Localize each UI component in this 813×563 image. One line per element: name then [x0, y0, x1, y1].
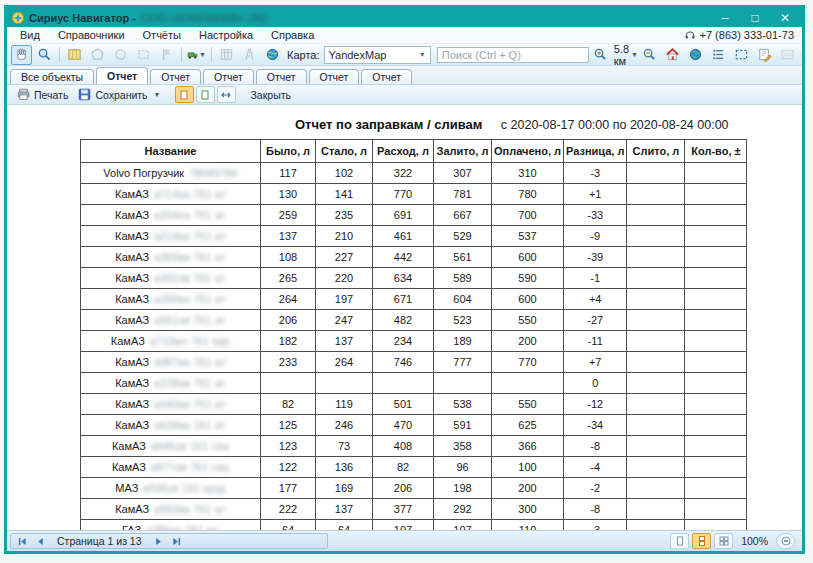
table-cell [627, 184, 685, 205]
tab-5[interactable]: Отчет [309, 69, 360, 84]
table-row: КамАЗа661нв 761 ат206247482523550-27 [81, 310, 747, 331]
area-selection-button[interactable] [731, 45, 752, 65]
table-cell: 82 [261, 394, 316, 415]
toolbar-separator [59, 47, 60, 62]
table-cell [627, 415, 685, 436]
search-input[interactable] [437, 47, 589, 63]
toolbar-separator [211, 47, 212, 62]
route-button[interactable] [239, 45, 260, 65]
table-cell: 110 [492, 520, 564, 531]
close-report-button[interactable]: Закрыть [251, 89, 291, 101]
tab-3[interactable]: Отчет [203, 69, 254, 84]
menu-item-2[interactable]: Отчёты [134, 28, 190, 42]
globe-button[interactable] [685, 45, 706, 65]
column-header-5: Оплачено, л [492, 140, 564, 163]
table-row: КамАЗа993ва 761 ат222137377292300-8 [81, 499, 747, 520]
table-cell: -34 [564, 415, 627, 436]
rect-select-icon [136, 47, 151, 62]
status-view-single-button[interactable] [670, 533, 689, 549]
vehicle-name-cell: КамАЗа214аа 761 ат [81, 226, 261, 247]
table-cell: -27 [564, 310, 627, 331]
menu-item-3[interactable]: Настройка [190, 28, 262, 42]
table-cell: 246 [316, 415, 373, 436]
zoom-in-button[interactable] [590, 45, 611, 65]
column-header-6: Разница, л [564, 140, 627, 163]
table-cell: 461 [373, 226, 434, 247]
maximize-button[interactable]: □ [740, 9, 770, 26]
table-cell: 561 [434, 247, 492, 268]
minimize-button[interactable]: – [710, 9, 740, 26]
next-page-button[interactable] [151, 535, 167, 548]
vehicle-name-cell: МАЗв036ув 161 круд [81, 478, 261, 499]
image-button[interactable] [777, 45, 798, 65]
view-single-page-button[interactable] [175, 86, 194, 103]
view-fit-page-button[interactable] [196, 86, 215, 103]
circle-tool-button[interactable] [110, 45, 131, 65]
grid-view-button[interactable] [216, 45, 237, 65]
table-cell: 591 [434, 415, 492, 436]
table-cell: -9 [564, 226, 627, 247]
tab-1[interactable]: Отчет [96, 67, 148, 84]
headset-icon [684, 29, 696, 41]
object-list-button[interactable] [708, 45, 729, 65]
last-page-button[interactable] [169, 535, 185, 548]
menu-item-0[interactable]: Вид [11, 28, 49, 42]
prev-page-button[interactable] [32, 535, 48, 548]
table-cell: 247 [316, 310, 373, 331]
save-button[interactable]: Сохранить ▼ [73, 86, 165, 103]
save-icon [78, 88, 91, 101]
zoom-minus-button[interactable] [776, 533, 795, 549]
table-row: КамАЗа391пв 761 ат265220634589590-1 [81, 268, 747, 289]
table-cell: 781 [434, 184, 492, 205]
map-select[interactable]: YandexMap ▼ [324, 46, 431, 64]
vehicle-name: КамАЗ [115, 272, 149, 284]
vehicle-name-cell: КамАЗа394па 761 ат [81, 205, 261, 226]
status-bar: Страница 1 из 13 [7, 530, 802, 551]
notes-button[interactable] [754, 45, 775, 65]
polygon-tool-button[interactable] [87, 45, 108, 65]
table-cell: 119 [316, 394, 373, 415]
first-page-icon [18, 537, 27, 546]
table-cell: 73 [316, 436, 373, 457]
vehicle-name-cell: КамАЗа043ав 761 ат [81, 394, 261, 415]
view-fit-width-button[interactable] [217, 86, 236, 103]
flag-tool-button[interactable] [156, 45, 177, 65]
rect-select-tool-button[interactable] [133, 45, 154, 65]
vehicle-plate-masked: а214аа 761 ат [154, 231, 226, 242]
print-button[interactable]: Печать [12, 86, 73, 103]
status-view-continuous-button[interactable] [692, 533, 711, 549]
pan-tool-button[interactable] [11, 45, 32, 65]
table-cell: -11 [564, 331, 627, 352]
tab-4[interactable]: Отчет [256, 69, 307, 84]
zoom-tool-button[interactable] [34, 45, 55, 65]
menu-item-4[interactable]: Справка [262, 28, 323, 42]
table-cell [627, 205, 685, 226]
tab-6[interactable]: Отчет [361, 69, 412, 84]
menu-bar: ВидСправочникиОтчётыНастройкаСправка +7 … [7, 27, 802, 44]
table-row: КамАЗа714аа 761 ат130141770781780+1 [81, 184, 747, 205]
map-edit-button[interactable] [64, 45, 85, 65]
menu-item-1[interactable]: Справочники [49, 28, 134, 42]
zoom-out-button[interactable] [639, 45, 660, 65]
prev-page-icon [36, 537, 45, 546]
next-page-icon [154, 537, 163, 546]
table-cell: 222 [261, 499, 316, 520]
table-cell: 234 [373, 331, 434, 352]
chevron-down-icon: ▼ [154, 91, 161, 98]
vehicle-menu-button[interactable]: ▼ [186, 45, 207, 65]
first-page-button[interactable] [14, 535, 30, 548]
status-view-multipage-button[interactable] [714, 533, 733, 549]
table-cell [627, 457, 685, 478]
table-cell: +4 [564, 289, 627, 310]
globe-sync-button[interactable] [262, 45, 283, 65]
tab-0[interactable]: Все объекты [10, 69, 94, 84]
table-cell [627, 352, 685, 373]
tab-2[interactable]: Отчет [150, 69, 201, 84]
table-cell [627, 163, 685, 184]
close-button[interactable]: ✕ [770, 9, 800, 26]
vehicle-name: КамАЗ [115, 398, 149, 410]
support-phone-number: +7 (863) 333-01-73 [700, 29, 794, 41]
table-cell: 123 [261, 436, 316, 457]
home-button[interactable] [662, 45, 683, 65]
table-cell: 310 [492, 163, 564, 184]
